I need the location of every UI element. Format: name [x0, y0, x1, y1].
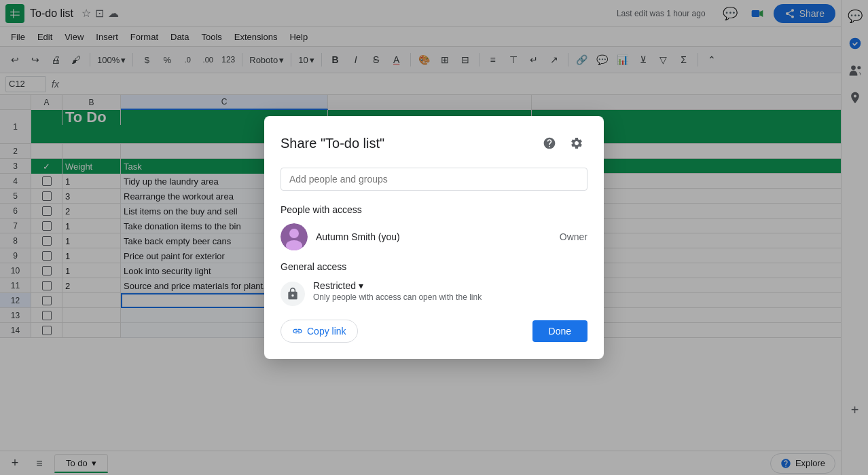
access-info: Restricted ▾ Only people with access can… — [313, 280, 587, 302]
copy-link-label: Copy link — [307, 326, 346, 337]
modal-overlay: Share "To-do list" People with access Au… — [0, 0, 868, 475]
dialog-header-icons — [539, 132, 587, 154]
person-role: Owner — [560, 231, 587, 242]
access-type-selector[interactable]: Restricted ▾ — [313, 280, 587, 291]
person-info: Autumn Smith (you) — [316, 231, 551, 242]
dialog-footer: Copy link Done — [281, 320, 587, 343]
svg-point-13 — [289, 229, 299, 238]
share-input-wrapper — [281, 168, 587, 191]
dialog-help-button[interactable] — [539, 132, 560, 154]
copy-link-button[interactable]: Copy link — [281, 320, 358, 343]
general-access-label: General access — [281, 261, 587, 272]
person-name: Autumn Smith (you) — [316, 231, 551, 242]
done-label: Done — [549, 326, 571, 337]
dialog-title: Share "To-do list" — [281, 136, 384, 151]
access-dropdown-chevron-icon: ▾ — [359, 280, 363, 291]
add-people-input[interactable] — [289, 174, 579, 185]
share-dialog: Share "To-do list" People with access Au… — [264, 116, 604, 359]
dialog-header: Share "To-do list" — [281, 132, 587, 154]
access-type-label: Restricted — [313, 280, 356, 291]
person-row: Autumn Smith (you) Owner — [281, 223, 587, 250]
people-section-label: People with access — [281, 204, 587, 215]
lock-icon-wrap — [281, 282, 305, 306]
done-button[interactable]: Done — [532, 320, 587, 342]
link-icon — [292, 326, 303, 337]
dialog-settings-button[interactable] — [566, 132, 587, 154]
lock-icon — [286, 287, 300, 301]
person-avatar — [281, 223, 308, 250]
access-description: Only people with access can open with th… — [313, 292, 587, 302]
access-row: Restricted ▾ Only people with access can… — [281, 280, 587, 306]
